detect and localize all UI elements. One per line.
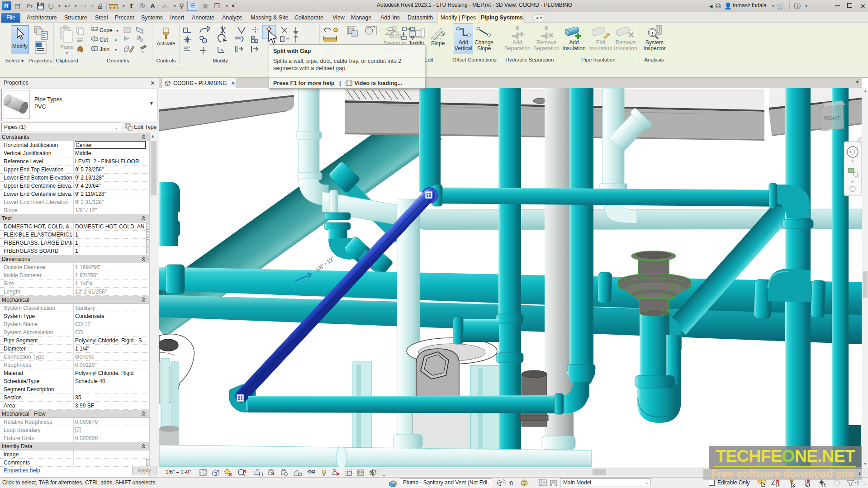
svg-text::0: :0 (508, 480, 513, 487)
svg-text::1: :1 (855, 480, 859, 487)
svg-text:RIGHT: RIGHT (824, 115, 840, 121)
